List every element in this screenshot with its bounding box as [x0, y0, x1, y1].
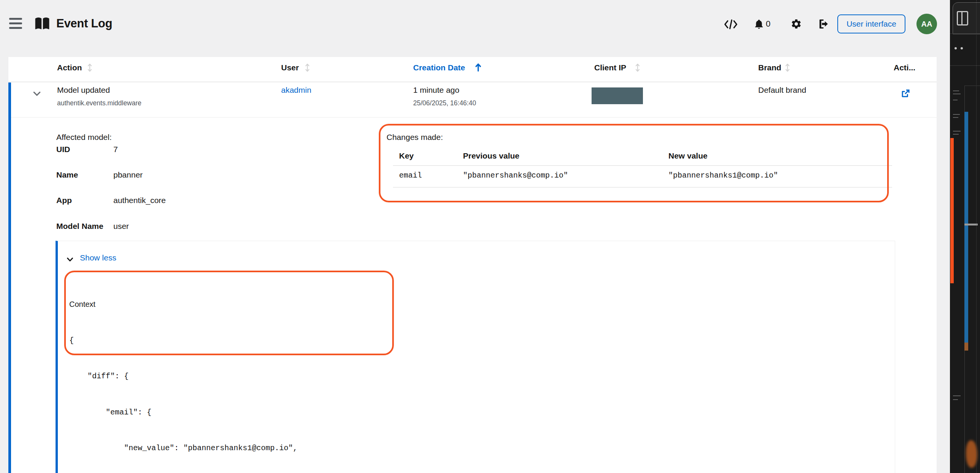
changes-row-new: "pbannershanks1@comp.io" [668, 171, 778, 180]
field-label-name: Name [56, 170, 78, 179]
changes-made-title: Changes made: [387, 133, 443, 142]
minimap-blue-bar [964, 112, 968, 343]
api-code-icon[interactable] [724, 19, 735, 29]
field-value-app: authentik_core [113, 196, 166, 205]
column-header-action[interactable]: Action [57, 63, 82, 72]
sort-arrows-icon[interactable] [87, 63, 92, 72]
row-created-timestamp: 25/06/2025, 16:46:40 [413, 99, 476, 107]
context-json-block: Context { "diff": { "email": { "new_valu… [69, 275, 311, 473]
column-header-creation-date[interactable]: Creation Date [413, 63, 465, 72]
right-side-panel [950, 0, 980, 473]
sort-arrows-icon[interactable] [304, 63, 310, 72]
notifications-bell-icon[interactable] [754, 18, 765, 29]
changes-column-previous: Previous value [463, 151, 519, 160]
screen: Event Log 0 User interface AA Action Use… [0, 0, 980, 473]
json-line: { [69, 335, 311, 347]
show-less-chevron-down-icon[interactable] [67, 257, 73, 262]
tiny-text [953, 100, 958, 100]
json-line: "email": { [69, 406, 311, 419]
changes-divider [393, 165, 892, 166]
avatar[interactable]: AA [916, 14, 937, 34]
changes-divider [393, 187, 892, 187]
row-action: Model updated [57, 86, 110, 95]
event-log-book-icon [33, 15, 51, 32]
minimap-gray-divider [964, 224, 978, 225]
panel-edge-border [976, 0, 977, 473]
field-label-uid: UID [56, 145, 70, 154]
show-less-toggle[interactable]: Show less [80, 253, 116, 262]
column-header-client-ip[interactable]: Client IP [594, 63, 626, 72]
tiny-text [953, 94, 961, 94]
tiny-text [953, 117, 958, 118]
minimap-orange-bar [950, 138, 954, 283]
panel-divider [950, 33, 980, 34]
field-value-uid: 7 [113, 145, 118, 154]
field-value-model-name: user [113, 222, 129, 231]
expanded-row-accent [8, 83, 11, 473]
settings-gear-icon[interactable] [791, 18, 802, 29]
column-header-brand[interactable]: Brand [758, 63, 781, 72]
tiny-text [953, 114, 960, 115]
sort-arrows-icon[interactable] [635, 63, 640, 72]
row-expand-chevron-down-icon[interactable] [33, 90, 41, 97]
notification-count: 0 [766, 19, 770, 29]
table-header-divider [8, 82, 937, 82]
overflow-dots-icon[interactable] [955, 47, 963, 49]
tiny-text [953, 131, 961, 132]
changes-row-previous: "pbannershanks@comp.io" [463, 171, 568, 180]
tiny-text [953, 90, 959, 91]
changes-column-new: New value [668, 151, 708, 160]
row-brand: Default brand [758, 86, 806, 95]
page-title: Event Log [56, 17, 112, 30]
changes-column-key: Key [399, 151, 414, 160]
row-action-app: authentik.events.middleware [57, 99, 142, 107]
sort-ascending-arrow-icon[interactable] [475, 62, 480, 71]
field-label-app: App [56, 196, 72, 205]
field-label-model-name: Model Name [56, 222, 103, 231]
field-value-name: pbanner [113, 170, 143, 179]
affected-model-label: Affected model: [56, 133, 112, 142]
sign-out-icon[interactable] [818, 18, 829, 29]
minimap-orange-blob [966, 440, 977, 468]
open-event-share-icon[interactable] [900, 88, 911, 99]
row-divider [11, 117, 937, 117]
column-header-user[interactable]: User [281, 63, 299, 72]
json-line: "diff": { [69, 370, 311, 383]
user-interface-button[interactable]: User interface [837, 14, 905, 33]
panel-divider [950, 65, 980, 66]
tiny-text [953, 395, 961, 396]
column-header-actions: Acti... [894, 63, 915, 72]
tiny-text [953, 399, 958, 400]
panel-subframe-border [964, 86, 980, 86]
changes-row-key: email [399, 171, 422, 180]
sidebar-toggle-hamburger-icon[interactable] [9, 18, 22, 29]
columns-layout-icon [957, 11, 968, 25]
sort-arrows-icon[interactable] [784, 63, 790, 72]
row-user-link[interactable]: akadmin [281, 86, 311, 95]
tiny-text [953, 134, 959, 135]
row-created-relative: 1 minute ago [413, 86, 459, 95]
client-ip-redaction-box [592, 87, 643, 104]
context-label: Context [69, 298, 311, 311]
minimap-brown-mark [964, 343, 968, 351]
json-line: "new_value": "pbannershanks1@comp.io", [69, 442, 311, 454]
